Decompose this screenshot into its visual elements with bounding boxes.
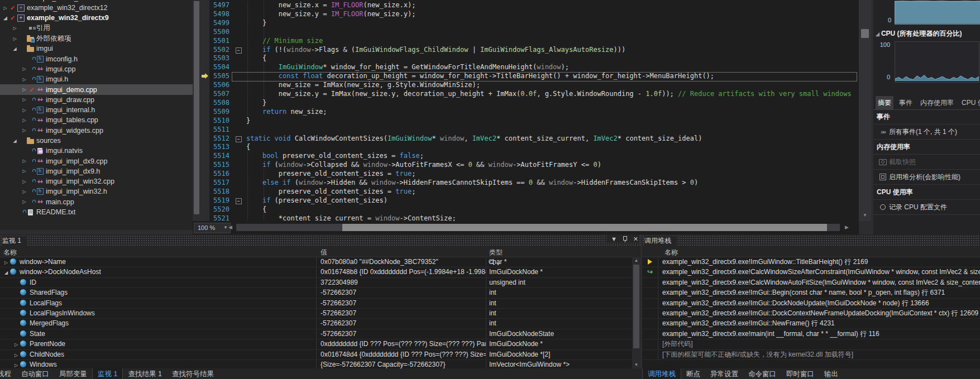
callstack-title-bar[interactable]: 调用堆栈 [642,234,980,247]
tree-item-imgui-draw-cpp[interactable]: ▷++imgui_draw.cpp [0,95,193,105]
callstack-row[interactable]: example_win32_directx9.exe!CalcWindowAut… [642,278,980,288]
code-line[interactable]: 5509 return new_size; [200,108,859,117]
watch-scrollbar-thumb[interactable] [633,265,639,348]
chevron-collapsed-icon[interactable]: ▷ [21,159,28,164]
tree-item--[interactable]: ▷引用 [0,23,193,33]
tab-命令窗口[interactable]: 命令窗口 [743,368,781,379]
watch-row[interactable]: ID3722304989unsigned int [0,278,640,288]
tree-item--[interactable]: ▷外部依赖项 [0,33,193,44]
code-line[interactable]: 5517 else if (window->Hidden && window->… [200,179,859,188]
tree-item-imgui-impl-dx9-cpp[interactable]: ▷++imgui_impl_dx9.cpp [0,156,193,166]
code-line[interactable]: 5498 new_size.y = IM_FLOOR(new_size.y); [200,10,859,19]
code-line[interactable]: 5508 } [200,99,859,108]
tree-item-imgui[interactable]: ◢imgui [0,44,193,54]
watch-row[interactable]: ▷Windows{Size=-572662307 Capacity=-57266… [0,360,640,368]
tree-scrollbar-thumb[interactable] [194,1,199,214]
code-line[interactable]: 5504 ImGuiWindow* window_for_height = Ge… [200,63,859,72]
editor-scroll-down-icon[interactable]: ▼ [859,213,871,218]
callstack-row[interactable]: [下面的框架可能不正确和/或缺失，没有为 kernel32.dll 加载符号] [642,350,980,360]
chevron-expanded-icon[interactable]: ◢ [2,16,9,21]
tree-item-imgui-widgets-cpp[interactable]: ▷++imgui_widgets.cpp [0,126,193,136]
code-line[interactable]: 5499 } [200,19,859,28]
tab-即时窗口[interactable]: 即时窗口 [781,368,819,379]
watch-col-value[interactable]: 值 [321,248,327,257]
chevron-collapsed-icon[interactable]: ▷ [12,340,20,349]
chevron-collapsed-icon[interactable]: ▷ [12,351,20,359]
callstack-row[interactable]: example_win32_directx9.exe!ImGui::DockCo… [642,309,980,319]
tree-item-imgui-h[interactable]: ▷himgui.h [0,74,193,84]
callstack-row[interactable]: example_win32_directx9.exe!ImGui::NewFra… [642,319,980,329]
code-line[interactable]: 5521 *content_size_current = window->Con… [200,214,859,221]
watch-row[interactable]: MergedFlags-572662307int [0,319,640,329]
watch-col-type[interactable]: 类型 [489,248,503,257]
chevron-collapsed-icon[interactable]: ▷ [2,258,10,267]
chevron-collapsed-icon[interactable]: ▷ [21,189,28,194]
editor-vertical-scrollbar[interactable]: ▼ [859,0,871,221]
tree-scrollbar[interactable]: ▼ [193,0,200,230]
tab-线程[interactable]: 线程 [0,368,16,379]
code-line[interactable]: 5502− if (!(window->Flags & (ImGuiWindow… [200,46,859,55]
code-line[interactable]: 5500 [200,28,859,37]
tree-item-example-win32-directx9[interactable]: ◢✓+example_win32_directx9 [0,13,193,23]
callstack-col-name[interactable]: 名称 [665,248,678,257]
diag-action-item[interactable]: 截取快照 [873,155,980,170]
callstack-row[interactable]: [外部代码] [642,339,980,349]
code-line[interactable]: 5520 { [200,205,859,214]
watch-scrollbar[interactable]: ▲ ▼ [632,257,640,368]
editor-horizontal-scrollbar[interactable] [236,224,840,231]
fold-collapse-icon[interactable]: − [233,135,244,143]
tab-局部变量[interactable]: 局部变量 [54,368,92,379]
code-line[interactable]: 5501 // Minimum size [200,37,859,46]
fold-collapse-icon[interactable]: − [233,46,244,55]
chevron-collapsed-icon[interactable]: ▷ [2,6,9,11]
callstack-row[interactable]: example_win32_directx9.exe!ImGui::DockNo… [642,299,980,309]
code-line[interactable]: 5513{ [200,143,859,152]
tab-输出[interactable]: 输出 [819,368,843,379]
tree-item-imgui-impl-win32-cpp[interactable]: ▷++imgui_impl_win32.cpp [0,176,193,186]
window-position-icon[interactable]: ▼ [611,236,617,243]
chevron-collapsed-icon[interactable]: ▷ [21,179,28,184]
hscroll-left-icon[interactable]: ◀ [228,224,232,230]
code-line[interactable]: 5518 preserve_old_content_sizes = true; [200,188,859,196]
code-line[interactable]: 5515 if (window->Collapsed && window->Au… [200,161,859,170]
tree-item-imgui-tables-cpp[interactable]: ▷++imgui_tables.cpp [0,115,193,125]
callstack-row[interactable]: ↪example_win32_directx9.exe!CalcWindowSi… [642,267,980,277]
chevron-collapsed-icon[interactable]: ▷ [21,97,28,102]
watch-row[interactable]: ◢window->DockNodeAsHost0x016748b8 {ID 0x… [0,267,640,277]
callstack-row[interactable]: example_win32_directx9.exe!ImGui::Begin(… [642,288,980,298]
tree-item-imgui-cpp[interactable]: ▷++imgui.cpp [0,64,193,74]
close-icon[interactable]: ✕ [633,236,638,243]
tab-监视 1[interactable]: 监视 1 [92,368,123,379]
chevron-collapsed-icon[interactable]: ▷ [11,26,18,31]
chevron-collapsed-icon[interactable]: ▷ [11,36,18,41]
hscroll-right-icon[interactable]: ▶ [845,224,849,230]
code-line[interactable]: 5506 new_size = ImMax(new_size, g.Style.… [200,81,859,90]
tab-调用堆栈[interactable]: 调用堆栈 [642,368,681,379]
editor-zoom-select[interactable]: 100 % ▼ [194,223,231,233]
watch-row[interactable]: SharedFlags-572662307int [0,288,640,298]
watch-row[interactable]: ▷ChildNodes0x016748d4 {0xdddddddd {ID ??… [0,350,640,360]
code-line[interactable]: 5512−static void CalcWindowContentSizes(… [200,135,859,143]
diag-action-item[interactable]: »»所有事件(1 个, 共 1 个) [873,124,980,140]
tree-item-example-win32-directx12[interactable]: ▷✓+example_win32_directx12 [0,3,193,13]
chevron-expanded-icon[interactable]: ◢ [2,268,10,277]
code-line[interactable]: 5516 preserve_old_content_sizes = true; [200,170,859,179]
callstack-row[interactable]: example_win32_directx9.exe!main(int __fo… [642,329,980,339]
diag-tab-内存使用率[interactable]: 内存使用率 [918,96,956,109]
callstack-row[interactable]: example_win32_directx9.exe!ImGuiWindow::… [642,257,980,267]
chevron-collapsed-icon[interactable]: ▷ [21,108,28,113]
diag-action-item[interactable]: 记录 CPU 配置文件 [873,200,980,215]
tree-item-imgui-demo-cpp[interactable]: ▷✓++imgui_demo.cpp [0,84,193,94]
tree-item-imgui-natvis[interactable]: imgui.natvis [0,146,193,156]
diag-tab-摘要[interactable]: 摘要 [876,96,893,109]
diag-tab-CPU 使用率[interactable]: CPU 使用率 [959,96,980,109]
tab-查找符号结果[interactable]: 查找符号结果 [167,368,219,379]
tree-item-imgui-impl-dx9-h[interactable]: ▷himgui_impl_dx9.h [0,166,193,176]
tree-item-imgui-impl-win32-h[interactable]: ▷himgui_impl_win32.h [0,186,193,196]
watch-scroll-up-icon[interactable]: ▲ [632,258,640,263]
watch-title-bar[interactable]: 监视 1 ▼ ✕ [0,234,640,247]
chevron-expanded-icon[interactable]: ◢ [11,138,18,143]
tree-item-imconfig-h[interactable]: himconfig.h [0,54,193,64]
editor-vscroll-thumb[interactable] [861,29,869,38]
chevron-collapsed-icon[interactable]: ▷ [21,169,28,174]
